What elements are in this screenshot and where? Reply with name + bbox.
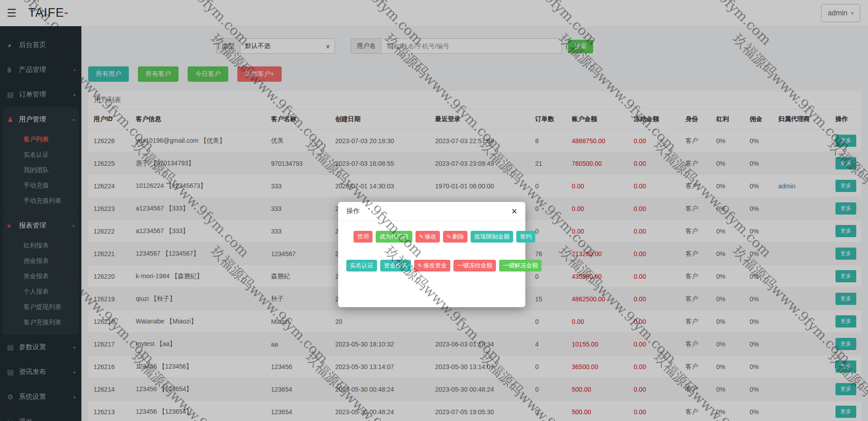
close-icon[interactable]: × [511, 206, 517, 216]
pencil-icon: ✎ [447, 234, 451, 240]
modal-button-修改资金[interactable]: ✎修改资金 [414, 260, 450, 271]
modal-button-成为代理商[interactable]: 成为代理商 [376, 231, 412, 243]
modal-button-资金报表[interactable]: 资金报表 [380, 260, 411, 271]
modal-button-实名认证[interactable]: 实名认证 [346, 260, 377, 271]
pencil-icon: ✎ [419, 234, 424, 240]
modal-button-label: 提现限制金额 [474, 233, 509, 240]
modal-button-禁用[interactable]: 禁用 [354, 231, 373, 243]
modal-button-label: 资金报表 [384, 262, 407, 269]
modal-button-label: 一键冻结金额 [457, 262, 492, 269]
modal-button-label: 修改 [425, 233, 436, 240]
pencil-icon: ✎ [418, 262, 422, 269]
modal-title: 操作 [346, 207, 360, 215]
modal-button-label: 禁用 [357, 233, 369, 240]
modal-button-row-1: 禁用成为代理商✎修改✎删除提现限制金额签约 [354, 231, 522, 243]
modal-button-label: 成为代理商 [379, 233, 409, 240]
modal-button-签约[interactable]: 签约 [516, 231, 535, 243]
modal-button-一键冻结金额[interactable]: 一键冻结金额 [453, 260, 496, 271]
modal-button-提现限制金额[interactable]: 提现限制金额 [471, 231, 513, 243]
modal-button-label: 修改资金 [423, 262, 447, 269]
action-modal: 操作 × 禁用成为代理商✎修改✎删除提现限制金额签约 实名认证资金报表✎修改资金… [338, 202, 525, 307]
modal-button-label: 一键解冻金额 [503, 262, 538, 269]
modal-button-删除[interactable]: ✎删除 [443, 231, 467, 243]
modal-button-修改[interactable]: ✎修改 [415, 231, 440, 243]
modal-button-label: 实名认证 [350, 262, 373, 269]
modal-button-一键解冻金额[interactable]: 一键解冻金额 [499, 260, 542, 271]
modal-header: 操作 × [338, 202, 525, 221]
modal-button-row-2: 实名认证资金报表✎修改资金一键冻结金额一键解冻金额 [346, 260, 522, 271]
modal-button-label: 签约 [520, 233, 532, 240]
modal-button-label: 删除 [452, 233, 464, 240]
